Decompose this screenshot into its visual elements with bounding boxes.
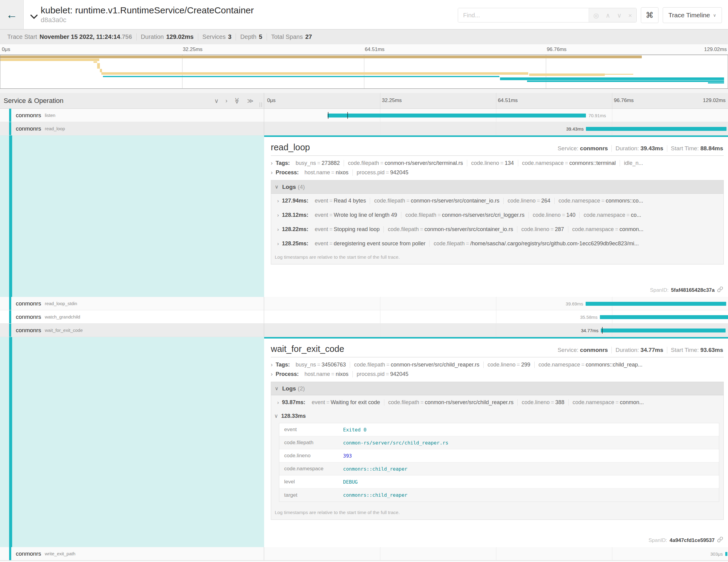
span-timeline-cell[interactable]: 70.91ms [264,109,728,122]
equals-sign: = [561,212,566,218]
equals-sign: = [436,212,442,218]
grid-line [612,109,612,122]
attribute-field: code.filepath=conmon-rs/server/src/conta… [370,198,504,204]
expand-one-icon[interactable]: › [225,97,227,104]
minimap-span-bar [101,72,528,75]
column-resizer-handle[interactable] [260,102,262,107]
span-name-cell[interactable]: conmonrswatch_grandchild [0,310,264,324]
minimap-span-bar [103,76,499,77]
span-duration-bar[interactable] [725,552,727,556]
equals-sign: = [316,160,322,166]
span-name-cell[interactable]: conmonrswait_for_exit_code [0,324,264,337]
link-icon[interactable] [717,286,723,294]
attribute-key: event [315,198,328,204]
back-button[interactable]: ← [0,0,24,29]
grid-line [380,310,380,323]
log-entry[interactable]: ›128.22ms:event=Stopping read loopcode.f… [271,222,723,237]
log-entry[interactable]: ›128.12ms:event=Wrote log line of length… [271,208,723,222]
log-fields: event=Stopping read loopcode.filepath=co… [311,226,648,233]
span-name-cell[interactable]: conmonrsread_loop [0,122,264,135]
span-row-listen[interactable]: conmonrslisten70.91ms [0,109,728,122]
span-service-name: conmonrs [16,300,41,307]
minimap-canvas[interactable] [0,55,728,89]
span-detail-header: wait_for_exit_codeService: conmonrsDurat… [271,344,724,354]
span-name-cell[interactable]: conmonrsread_loop_stdin [0,297,264,310]
attribute-key: target [279,492,343,498]
attribute-key: event [279,427,343,433]
span-row-read_loop_stdin[interactable]: conmonrsread_loop_stdin39.69ms [0,297,728,310]
span-row-watch_grandchild[interactable]: conmonrswatch_grandchild35.58ms [0,310,728,324]
chevron-right-icon: › [277,227,279,233]
collapse-one-icon[interactable]: ∨ [214,97,219,104]
span-timeline-cell[interactable]: 39.43ms [264,122,728,135]
expand-all-icon[interactable]: ≫ [247,97,253,104]
attribute-field: code.lineno=134 [467,160,518,166]
span-row-read_loop[interactable]: conmonrsread_loop39.43ms [0,122,728,135]
logs-header[interactable]: ∨Logs(2) [271,382,723,395]
collapse-header-chevron-down-icon[interactable] [30,15,38,20]
span-timeline-cell[interactable]: 34.77ms [264,324,728,337]
equals-sign: = [580,362,586,368]
chevron-right-icon: › [277,400,279,406]
span-timeline-cell[interactable]: 303μs [264,547,728,560]
attribute-value: 287 [555,226,564,232]
process-row[interactable]: ›Process:host.name=nixosprocess.pid=9420… [271,169,724,176]
keyboard-shortcuts-button[interactable]: ⌘ [641,7,658,23]
tags-row[interactable]: ›Tags:busy_ns=273882code.filepath=conmon… [271,160,724,166]
attribute-field: event=Waiting for exit code [308,399,384,406]
chevron-up-icon[interactable]: ∧ [606,12,610,19]
process-row[interactable]: ›Process:host.name=nixosprocess.pid=9420… [271,371,724,377]
target-icon[interactable]: ◎ [593,12,599,19]
chevron-down-icon[interactable]: ∨ [617,12,621,19]
span-row-wait_for_exit_code[interactable]: conmonrswait_for_exit_code34.77ms [0,324,728,337]
log-entry[interactable]: ›127.94ms:event=Read 4 bytescode.filepat… [271,194,723,208]
span-service-name: conmonrs [16,327,41,334]
tags-row[interactable]: ›Tags:busy_ns=34506763code.filepath=conm… [271,362,724,368]
collapse-all-icon[interactable]: ≫ [234,97,241,104]
span-duration-bar[interactable] [586,127,726,131]
minimap-span-bar [100,69,102,72]
attribute-value: /home/sascha/.cargo/registry/src/github.… [470,240,639,247]
span-detail-row-wait_for_exit_code: wait_for_exit_codeService: conmonrsDurat… [0,337,728,547]
attribute-value: 393 [343,453,352,459]
equals-sign: = [625,212,631,218]
find-input[interactable] [458,8,589,22]
log-entry-expanded[interactable]: ∨128.33ms [271,410,723,421]
attribute-key: event [315,240,328,247]
equals-sign: = [614,399,620,405]
span-duration-bar[interactable] [586,302,726,306]
attribute-key: busy_ns [296,160,316,166]
equals-sign: = [379,160,385,166]
attribute-field: code.namespace=conmonrs::terminal [518,160,620,166]
span-duration-bar[interactable] [601,329,726,332]
next-row-sliver [0,560,728,562]
span-name-cell[interactable]: conmonrslisten [0,109,264,122]
span-timeline-cell[interactable]: 35.58ms [264,310,728,324]
trace-view-dropdown[interactable]: Trace Timeline ∨ [663,7,722,23]
link-icon[interactable] [717,536,723,544]
attribute-value: conmonrs::terminal [569,160,616,166]
logs-count: (2) [298,385,305,392]
close-icon[interactable]: × [628,12,632,19]
chevron-right-icon: › [271,160,273,166]
equals-sign: = [385,371,390,377]
attribute-value: 264 [541,198,550,204]
span-row-write_exit_path[interactable]: conmonrswrite_exit_path303μs [0,547,728,560]
logs-count: (4) [298,184,305,190]
span-duration-bar[interactable] [600,315,728,319]
minimap-span-bar [94,61,97,63]
log-entry[interactable]: ›128.25ms:event=deregistering event sour… [271,237,723,251]
grid-line [496,547,496,560]
attribute-field: process.pid=942045 [353,169,413,176]
logs-header[interactable]: ∨Logs(4) [271,180,723,194]
span-id-value: 5faf48165428c37a [671,287,715,293]
attribute-row: code.lineno393 [279,449,719,462]
chevron-right-icon: › [277,198,279,204]
divider [271,155,724,156]
span-name-cell[interactable]: conmonrswrite_exit_path [0,547,264,560]
attribute-field: process.pid=942045 [353,371,413,377]
minimap-span-bar [605,74,633,75]
span-duration-bar[interactable] [328,114,586,118]
log-entry[interactable]: ›93.87ms:event=Waiting for exit codecode… [271,395,723,410]
span-timeline-cell[interactable]: 39.69ms [264,297,728,310]
